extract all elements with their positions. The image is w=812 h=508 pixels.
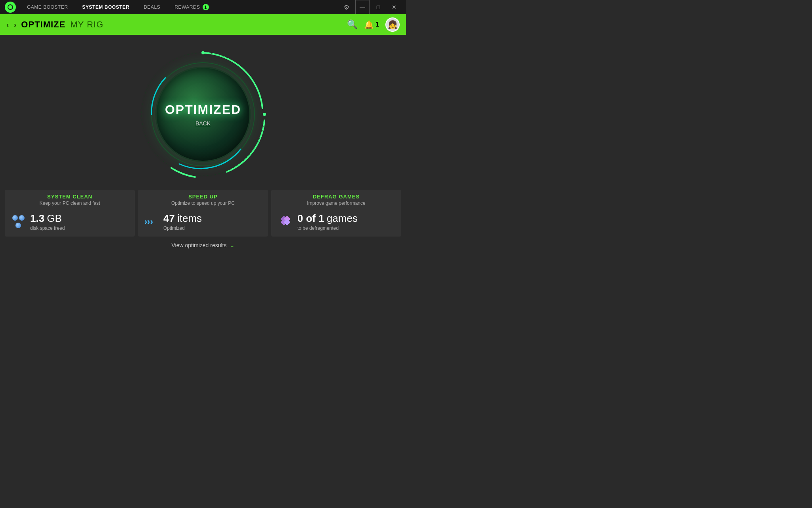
diamond-icon (278, 213, 293, 231)
tab-system-booster[interactable]: SYSTEM BOOSTER (79, 3, 132, 12)
app-logo (5, 2, 16, 13)
sub-header-left: ‹ › OPTIMIZE MY RIG (6, 19, 103, 30)
stat-card-system-clean-body: 1.3 GB disk space freed (5, 208, 135, 237)
arrow-2: › (147, 217, 150, 227)
speed-up-value-area: 47 items Optimized (163, 212, 202, 231)
stat-card-speed-up-header: SPEED UP Optimize to speed up your PC (138, 190, 268, 208)
stat-card-speed-up: SPEED UP Optimize to speed up your PC › … (138, 190, 268, 237)
breadcrumb-optimize: OPTIMIZE (21, 19, 65, 30)
circle-dot-3 (15, 223, 21, 228)
stat-card-system-clean-header: SYSTEM CLEAN Keep your PC clean and fast (5, 190, 135, 208)
stat-card-defrag-body: 0 of 1 games to be defragmented (271, 208, 401, 237)
view-results-label: View optimized results (171, 242, 226, 248)
stat-card-defrag-games: DEFRAG GAMES Improve game performance (271, 190, 401, 237)
defrag-title: DEFRAG GAMES (278, 194, 395, 200)
close-button[interactable]: ✕ (387, 0, 401, 14)
arrow-3: › (150, 217, 153, 227)
search-icon[interactable]: 🔍 (347, 19, 358, 30)
settings-icon[interactable]: ⚙ (339, 0, 354, 14)
circle-dot-1 (12, 215, 18, 221)
forward-nav-arrow[interactable]: › (14, 20, 17, 29)
arrow-1: › (144, 217, 147, 227)
back-link[interactable]: BACK (195, 120, 211, 127)
speed-up-value: 47 (163, 212, 175, 225)
tab-deals[interactable]: DEALS (140, 3, 163, 12)
defrag-desc: to be defragmented (297, 225, 358, 231)
stat-card-defrag-header: DEFRAG GAMES Improve game performance (271, 190, 401, 208)
view-results-button[interactable]: View optimized results ⌄ (5, 238, 401, 252)
defrag-subtitle: Improve game performance (278, 200, 395, 206)
breadcrumb-my-rig: MY RIG (70, 19, 103, 30)
stats-area: SYSTEM CLEAN Keep your PC clean and fast (0, 190, 406, 252)
svg-point-2 (201, 51, 205, 54)
arrows-icon: › › › (144, 217, 159, 227)
system-clean-value: 1.3 (30, 212, 44, 225)
back-nav-arrow[interactable]: ‹ (6, 20, 9, 29)
circle-dot-2 (19, 215, 25, 221)
logo-inner-circle (8, 4, 13, 10)
defrag-value-area: 0 of 1 games to be defragmented (297, 212, 358, 231)
system-clean-subtitle: Keep your PC clean and fast (11, 200, 128, 206)
speed-up-subtitle: Optimize to speed up your PC (144, 200, 262, 206)
title-bar: GAME BOOSTER SYSTEM BOOSTER DEALS REWARD… (0, 0, 406, 14)
system-clean-desc: disk space freed (30, 225, 65, 231)
view-results-chevron-icon: ⌄ (230, 242, 235, 248)
minimize-button[interactable]: — (355, 0, 370, 14)
notification-area[interactable]: 🔔 1 (364, 20, 379, 29)
tab-game-booster[interactable]: GAME BOOSTER (24, 3, 71, 12)
main-content: OPTIMIZED BACK SYSTEM CLEAN Keep your PC… (0, 35, 406, 254)
notification-count: 1 (375, 21, 379, 28)
speed-up-unit: items (177, 212, 202, 225)
tab-rewards[interactable]: REWARDS 1 (171, 2, 212, 12)
rewards-badge: 1 (203, 4, 209, 10)
window-controls: ⚙ — □ ✕ (339, 0, 401, 14)
speed-up-title: SPEED UP (144, 194, 262, 200)
defrag-unit: games (327, 212, 358, 225)
sub-header-right: 🔍 🔔 1 👧 (347, 17, 400, 32)
restore-button[interactable]: □ (371, 0, 385, 14)
stats-cards: SYSTEM CLEAN Keep your PC clean and fast (5, 190, 401, 237)
stat-card-system-clean: SYSTEM CLEAN Keep your PC clean and fast (5, 190, 135, 237)
stat-card-speed-up-body: › › › 47 items Optimized (138, 208, 268, 237)
speed-up-desc: Optimized (163, 225, 202, 231)
system-clean-title: SYSTEM CLEAN (11, 194, 128, 200)
svg-point-3 (263, 113, 266, 116)
sub-header: ‹ › OPTIMIZE MY RIG 🔍 🔔 1 👧 (0, 14, 406, 35)
avatar[interactable]: 👧 (385, 17, 400, 32)
system-clean-unit: GB (47, 212, 62, 225)
optimized-label: OPTIMIZED (165, 102, 241, 117)
orbit-container: OPTIMIZED BACK (136, 47, 270, 182)
center-circle[interactable]: OPTIMIZED BACK (155, 67, 251, 162)
system-clean-value-area: 1.3 GB disk space freed (30, 212, 65, 231)
bell-icon: 🔔 (364, 20, 374, 29)
title-bar-left: GAME BOOSTER SYSTEM BOOSTER DEALS REWARD… (5, 2, 212, 13)
circles-icon (11, 215, 25, 229)
defrag-value: 0 of 1 (297, 212, 324, 225)
